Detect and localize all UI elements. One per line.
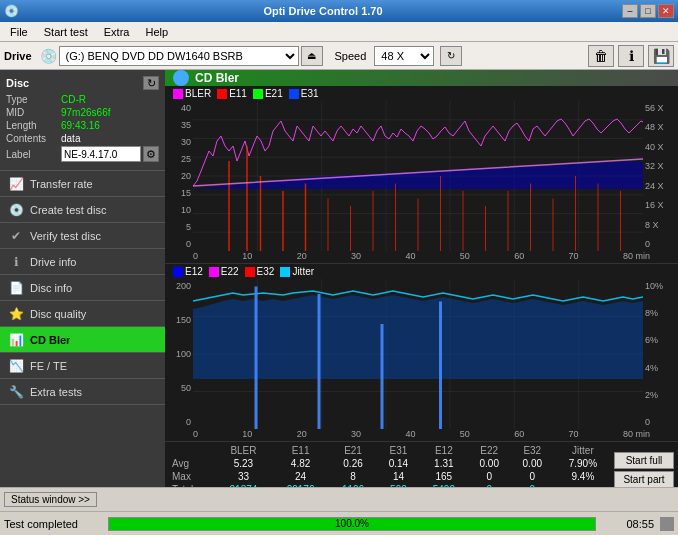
stats-total-e32: 0 [511,483,554,487]
disc-type-value: CD-R [61,94,86,105]
sidebar-item-verify-test-disc[interactable]: ✔ Verify test disc [0,223,165,249]
disc-label-input[interactable] [61,146,141,162]
x-bottom-80min: 80 min [623,429,650,439]
close-button[interactable]: ✕ [658,4,674,18]
menu-help[interactable]: Help [137,24,176,40]
stats-total-jitter [554,483,612,487]
y-top-right-40x: 40 X [645,142,664,152]
menu-file[interactable]: File [2,24,36,40]
stats-max-jitter: 9.4% [554,470,612,483]
e12-legend-box [173,267,183,277]
x-bottom-40: 40 [405,429,415,439]
y-top-right-32x: 32 X [645,161,664,171]
stats-avg-row: Avg 5.23 4.82 0.26 0.14 1.31 0.00 0.00 7… [169,457,612,470]
status-text: Test completed [4,518,104,530]
y-top-label-15: 15 [181,188,191,198]
sidebar-item-fe-te[interactable]: 📉 FE / TE [0,353,165,379]
x-top-10: 10 [242,251,252,261]
chart-top-legend: BLER E11 E21 E31 [165,86,678,101]
sidebar-item-drive-info[interactable]: ℹ Drive info [0,249,165,275]
stats-total-bler: 21874 [215,483,272,487]
sidebar-item-disc-info[interactable]: 📄 Disc info [0,275,165,301]
x-bottom-60: 60 [514,429,524,439]
x-bottom-10: 10 [242,429,252,439]
stats-max-e32: 0 [511,470,554,483]
disc-refresh-button[interactable]: ↻ [143,76,159,90]
drive-select[interactable]: (G:) BENQ DVD DD DW1640 BSRB [59,46,299,66]
jitter-legend-label: Jitter [292,266,314,277]
menu-extra[interactable]: Extra [96,24,138,40]
sidebar-item-fe-te-label: FE / TE [30,360,67,372]
bottom-status-bar: Status window >> [0,487,678,511]
stats-avg-e11: 4.82 [272,457,329,470]
verify-test-disc-icon: ✔ [8,228,24,244]
x-bottom-30: 30 [351,429,361,439]
y-bottom-0: 0 [186,417,191,427]
sidebar-item-transfer-rate[interactable]: 📈 Transfer rate [0,171,165,197]
disc-panel-title: Disc [6,77,29,89]
stats-col-jitter: Jitter [554,444,612,457]
stats-max-e22: 0 [468,470,511,483]
e32-legend-box [245,267,255,277]
bler-legend-label: BLER [185,88,211,99]
disc-label-label: Label [6,149,61,160]
sidebar-item-extra-tests[interactable]: 🔧 Extra tests [0,379,165,405]
sidebar-item-create-test-disc-label: Create test disc [30,204,106,216]
titlebar: 💿 Opti Drive Control 1.70 – □ ✕ [0,0,678,22]
disc-label-button[interactable]: ⚙ [143,146,159,162]
status-window-button[interactable]: Status window >> [4,492,97,507]
stats-max-row: Max 33 24 8 14 165 0 0 9.4% [169,470,612,483]
e22-legend-label: E22 [221,266,239,277]
x-bottom-70: 70 [569,429,579,439]
disc-contents-label: Contents [6,133,61,144]
e31-legend-box [289,89,299,99]
chart-title: CD Bler [195,71,239,85]
status-indicator-icon [660,517,674,531]
refresh-button[interactable]: ↻ [440,46,462,66]
toolbar-erase-button[interactable]: 🗑 [588,45,614,67]
maximize-button[interactable]: □ [640,4,656,18]
eject-button[interactable]: ⏏ [301,46,323,66]
sidebar-item-drive-info-label: Drive info [30,256,76,268]
disc-quality-icon: ⭐ [8,306,24,322]
y-top-label-40: 40 [181,103,191,113]
disc-length-label: Length [6,120,61,131]
sidebar-item-disc-quality[interactable]: ⭐ Disc quality [0,301,165,327]
x-top-40: 40 [405,251,415,261]
drivebar: Drive 💿 (G:) BENQ DVD DD DW1640 BSRB ⏏ S… [0,42,678,70]
sidebar-item-transfer-rate-label: Transfer rate [30,178,93,190]
bottom-chart-plot [193,279,643,429]
toolbar-save-button[interactable]: 💾 [648,45,674,67]
speed-select[interactable]: 48 X [374,46,434,66]
fe-te-icon: 📉 [8,358,24,374]
x-bottom-20: 20 [297,429,307,439]
y-top-label-35: 35 [181,120,191,130]
e21-legend-box [253,89,263,99]
stats-col-bler: BLER [215,444,272,457]
y-bottom-right-0pct: 0 [645,417,650,427]
top-chart-svg [193,101,643,251]
y-top-label-20: 20 [181,171,191,181]
jitter-legend-box [280,267,290,277]
y-bottom-50: 50 [181,383,191,393]
sidebar-item-create-test-disc[interactable]: 💿 Create test disc [0,197,165,223]
y-top-label-5: 5 [186,222,191,232]
toolbar-info-button[interactable]: ℹ [618,45,644,67]
e11-legend-box [217,89,227,99]
e22-legend-box [209,267,219,277]
app-title: Opti Drive Control 1.70 [24,5,622,17]
start-part-button[interactable]: Start part [614,471,674,487]
stats-max-e31: 14 [377,470,420,483]
y-top-label-30: 30 [181,137,191,147]
stats-max-e12: 165 [420,470,468,483]
stats-col-e12: E12 [420,444,468,457]
sidebar-item-cd-bler[interactable]: 📊 CD Bler [0,327,165,353]
sidebar: Disc ↻ Type CD-R MID 97m26s66f Length 69… [0,70,165,487]
start-full-button[interactable]: Start full [614,452,674,469]
stats-avg-e32: 0.00 [511,457,554,470]
menu-start-test[interactable]: Start test [36,24,96,40]
stats-max-label: Max [169,470,215,483]
speed-label: Speed [335,50,367,62]
minimize-button[interactable]: – [622,4,638,18]
sidebar-item-extra-tests-label: Extra tests [30,386,82,398]
